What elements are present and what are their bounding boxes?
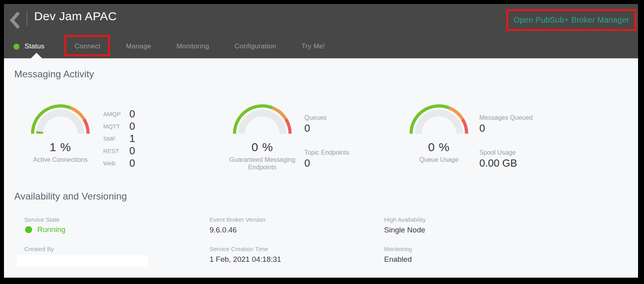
stat-value: 0 <box>129 108 135 120</box>
chevron-left-icon <box>9 10 21 30</box>
stat-label: SMF <box>103 135 126 142</box>
tab-manage[interactable]: Manage <box>126 42 151 50</box>
highlight-box-broker-manager: Open PubSub+ Broker Manager <box>506 9 636 31</box>
stat-label: Queues <box>304 114 349 121</box>
stat-value: 0 <box>304 122 349 134</box>
tab-connect[interactable]: Connect <box>75 42 100 50</box>
stat-label: AMQP <box>103 111 126 117</box>
field-label: Event Broker Version <box>210 216 265 223</box>
tab-status[interactable]: Status <box>13 42 44 50</box>
service-detail-page: Dev Jam APAC Open PubSub+ Broker Manager… <box>4 4 638 278</box>
field-value: 9.6.0.46 <box>210 226 265 234</box>
open-broker-manager-button[interactable]: Open PubSub+ Broker Manager <box>513 15 629 25</box>
gauge-value: 0 % <box>220 140 304 154</box>
stat-label: Spool Usage <box>479 149 533 156</box>
spool-stats: Messages Queued 0 Spool Usage 0.00 GB <box>479 114 533 169</box>
stat-label: MQTT <box>103 123 126 130</box>
running-status-dot-icon <box>25 226 32 233</box>
field-label: Service State <box>24 216 65 223</box>
page-header: Dev Jam APAC Open PubSub+ Broker Manager… <box>4 4 638 58</box>
stat-label: REST <box>103 148 126 154</box>
stat-messages-queued: Messages Queued 0 <box>479 114 533 134</box>
tab-bar: Status Connect Manage Monitoring Configu… <box>13 41 325 52</box>
stat-value: 0 <box>129 120 135 132</box>
field-label: High Availability <box>384 216 426 223</box>
stat-smf: SMF 1 <box>103 133 135 144</box>
gauge-arc <box>409 104 468 135</box>
field-value: Single Node <box>384 226 426 234</box>
gauge-arc <box>233 104 292 135</box>
field-high-availability: High Availability Single Node <box>384 216 426 234</box>
field-service-state: Service State Running <box>24 216 65 234</box>
field-label: Monitoring <box>384 246 412 252</box>
stat-value: 0 <box>129 145 135 157</box>
field-value: Running <box>37 225 65 234</box>
tab-configuration[interactable]: Configuration <box>235 42 276 50</box>
stat-mqtt: MQTT 0 <box>103 121 135 131</box>
gauge-label: Active Connections <box>18 156 102 163</box>
gauge-guaranteed-messaging-endpoints: 0 % Guaranteed Messaging Endpoints <box>220 104 304 171</box>
stat-label: Messages Queued <box>479 114 533 121</box>
stat-label: Topic Endpoints <box>304 149 349 156</box>
field-label: Created By <box>24 246 54 252</box>
field-created-by: Created By <box>24 246 54 252</box>
tab-try-me[interactable]: Try Me! <box>302 42 325 50</box>
status-tab-content: Messaging Activity 1 % Active Connection… <box>4 58 638 278</box>
gauge-active-connections: 1 % Active Connections <box>18 104 102 163</box>
availability-heading: Availability and Versioning <box>14 191 127 202</box>
stat-queues: Queues 0 <box>304 114 349 134</box>
stat-value: 0 <box>304 157 349 169</box>
stat-value: 1 <box>129 132 135 145</box>
gauge-queue-usage: 0 % Queue Usage <box>397 104 481 163</box>
tab-monitoring[interactable]: Monitoring <box>177 42 209 50</box>
stat-value: 0.00 GB <box>479 157 533 169</box>
stat-web: Web 0 <box>103 158 135 168</box>
stat-spool-usage: Spool Usage 0.00 GB <box>479 149 533 169</box>
created-by-redacted-value <box>17 255 148 267</box>
stat-amqp: AMQP 0 <box>103 109 135 119</box>
active-tab-indicator <box>31 53 42 58</box>
field-service-creation-time: Service Creation Time 1 Feb, 2021 04:18:… <box>210 246 281 264</box>
stat-value: 0 <box>479 122 533 134</box>
tab-status-label: Status <box>25 42 44 50</box>
stat-topic-endpoints: Topic Endpoints 0 <box>304 149 349 169</box>
messaging-activity-heading: Messaging Activity <box>14 69 94 80</box>
gauge-value: 1 % <box>18 140 102 154</box>
field-value: 1 Feb, 2021 04:18:31 <box>210 255 281 264</box>
page-title: Dev Jam APAC <box>34 10 117 23</box>
stat-rest: REST 0 <box>103 146 135 156</box>
field-label: Service Creation Time <box>210 246 281 252</box>
gauge-arc <box>31 104 90 135</box>
gauge-label: Guaranteed Messaging Endpoints <box>220 156 304 171</box>
service-state-value: Running <box>25 225 65 234</box>
back-button[interactable] <box>9 10 21 30</box>
connection-protocol-stats: AMQP 0 MQTT 0 SMF 1 REST 0 Web 0 <box>103 109 135 168</box>
endpoint-stats: Queues 0 Topic Endpoints 0 <box>304 114 349 169</box>
service-status-dot-icon <box>13 44 19 50</box>
stat-label: Web <box>103 160 126 167</box>
gauge-value: 0 % <box>397 140 481 154</box>
stat-value: 0 <box>129 157 135 169</box>
field-value: Enabled <box>384 255 412 264</box>
gauge-label: Queue Usage <box>397 156 481 163</box>
title-divider <box>27 12 27 26</box>
field-monitoring: Monitoring Enabled <box>384 246 412 264</box>
field-event-broker-version: Event Broker Version 9.6.0.46 <box>210 216 265 234</box>
